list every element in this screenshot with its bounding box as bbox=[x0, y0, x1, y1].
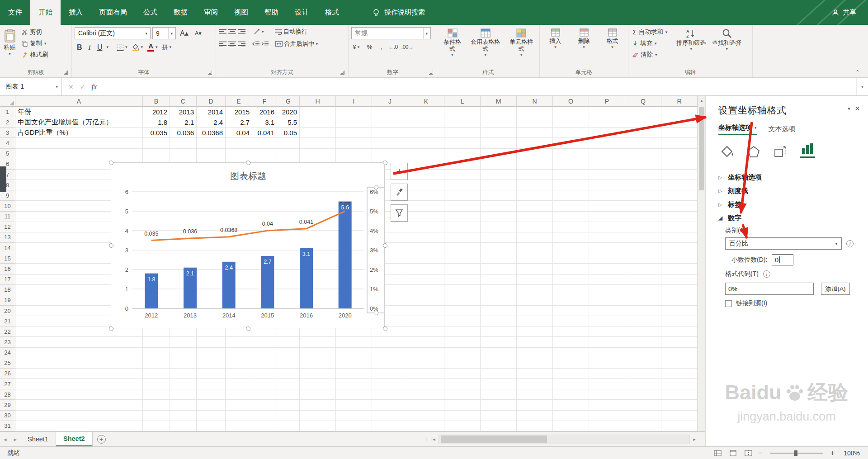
cell-O29[interactable] bbox=[553, 400, 589, 410]
cell-R8[interactable] bbox=[661, 180, 698, 190]
cell-H28[interactable] bbox=[300, 389, 336, 400]
cell-Q29[interactable] bbox=[625, 400, 661, 410]
cell-K8[interactable] bbox=[408, 180, 444, 190]
row-header-1[interactable]: 1 bbox=[0, 107, 15, 117]
cell-R4[interactable] bbox=[661, 138, 698, 148]
cell-L15[interactable] bbox=[444, 253, 481, 264]
comma-style-button[interactable]: , bbox=[378, 43, 385, 52]
cell-H29[interactable] bbox=[300, 400, 336, 410]
cell-J2[interactable] bbox=[372, 117, 408, 128]
cell-G31[interactable] bbox=[277, 421, 300, 431]
cell-M25[interactable] bbox=[481, 358, 517, 369]
cell-E26[interactable] bbox=[226, 369, 252, 379]
cell-D25[interactable] bbox=[197, 358, 226, 369]
cell-P23[interactable] bbox=[589, 337, 625, 347]
cell-O3[interactable] bbox=[553, 128, 589, 138]
cell-I25[interactable] bbox=[336, 358, 372, 369]
cell-D29[interactable] bbox=[197, 400, 226, 410]
cell-J3[interactable] bbox=[372, 128, 408, 138]
chevron-down-icon[interactable]: ▾ bbox=[106, 45, 108, 49]
cell-R27[interactable] bbox=[661, 379, 698, 389]
tab-text-options[interactable]: 文本选项 bbox=[769, 125, 796, 133]
cell-L27[interactable] bbox=[444, 379, 481, 389]
cell-B30[interactable] bbox=[143, 411, 170, 421]
cell-M9[interactable] bbox=[481, 190, 517, 201]
cell-P20[interactable] bbox=[589, 306, 625, 316]
cell-P30[interactable] bbox=[589, 411, 625, 421]
cell-O20[interactable] bbox=[553, 306, 589, 316]
increase-indent-icon[interactable] bbox=[261, 41, 269, 47]
menu-tab-4[interactable]: 页面布局 bbox=[91, 0, 135, 25]
font-name-combo[interactable]: Calibri (正文)▾ bbox=[75, 27, 151, 39]
cell-N31[interactable] bbox=[517, 421, 553, 431]
cell-M27[interactable] bbox=[481, 379, 517, 389]
cell-C5[interactable] bbox=[170, 149, 197, 159]
cell-L5[interactable] bbox=[444, 149, 481, 159]
cell-R19[interactable] bbox=[661, 295, 698, 306]
increase-decimal-button[interactable]: ←.0 bbox=[388, 44, 398, 50]
cell-K30[interactable] bbox=[408, 411, 444, 421]
cell-L21[interactable] bbox=[444, 316, 481, 327]
underline-button[interactable]: U bbox=[95, 43, 105, 52]
cell-F3[interactable]: 0.041 bbox=[252, 128, 277, 138]
link-to-source-checkbox[interactable] bbox=[725, 300, 732, 307]
cell-E4[interactable] bbox=[226, 138, 252, 148]
cell-K15[interactable] bbox=[408, 253, 444, 264]
cell-R2[interactable] bbox=[661, 117, 698, 128]
cell-L11[interactable] bbox=[444, 212, 481, 222]
cell-A25[interactable] bbox=[15, 358, 143, 369]
cell-E28[interactable] bbox=[226, 389, 252, 400]
cell-K22[interactable] bbox=[408, 327, 444, 337]
column-header-E[interactable]: E bbox=[226, 96, 252, 107]
cell-M4[interactable] bbox=[481, 138, 517, 148]
column-header-G[interactable]: G bbox=[277, 96, 300, 107]
right-axis-tick[interactable]: 0% bbox=[370, 305, 378, 312]
pane-close-icon[interactable]: × bbox=[855, 104, 860, 113]
cell-R7[interactable] bbox=[661, 170, 698, 180]
cell-O28[interactable] bbox=[553, 389, 589, 400]
cell-G2[interactable]: 5.5 bbox=[277, 117, 300, 128]
cell-J4[interactable] bbox=[372, 138, 408, 148]
row-header-30[interactable]: 30 bbox=[0, 411, 15, 421]
expand-formula-bar-icon[interactable]: ▾ bbox=[856, 78, 868, 95]
cell-L9[interactable] bbox=[444, 190, 481, 201]
cell-K23[interactable] bbox=[408, 337, 444, 347]
cell-D5[interactable] bbox=[197, 149, 226, 159]
bold-button[interactable]: B bbox=[75, 43, 85, 52]
cell-C23[interactable] bbox=[170, 337, 197, 347]
cell-M19[interactable] bbox=[481, 295, 517, 306]
cell-E2[interactable]: 2.7 bbox=[226, 117, 252, 128]
row-header-11[interactable]: 11 bbox=[0, 212, 15, 222]
cell-Q9[interactable] bbox=[625, 190, 661, 201]
cell-K10[interactable] bbox=[408, 201, 444, 211]
italic-button[interactable]: I bbox=[86, 43, 93, 52]
cell-J23[interactable] bbox=[372, 337, 408, 347]
cell-C25[interactable] bbox=[170, 358, 197, 369]
cell-L14[interactable] bbox=[444, 243, 481, 253]
cell-P27[interactable] bbox=[589, 379, 625, 389]
cell-R21[interactable] bbox=[661, 316, 698, 327]
cell-M14[interactable] bbox=[481, 243, 517, 253]
cell-H4[interactable] bbox=[300, 138, 336, 148]
cell-B3[interactable]: 0.035 bbox=[143, 128, 170, 138]
row-header-31[interactable]: 31 bbox=[0, 421, 15, 431]
cell-G28[interactable] bbox=[277, 389, 300, 400]
cell-N25[interactable] bbox=[517, 358, 553, 369]
cell-L23[interactable] bbox=[444, 337, 481, 347]
cell-K12[interactable] bbox=[408, 222, 444, 232]
cancel-entry-icon[interactable]: ✕ bbox=[68, 83, 74, 90]
cell-K24[interactable] bbox=[408, 348, 444, 358]
cell-F5[interactable] bbox=[252, 149, 277, 159]
column-header-M[interactable]: M bbox=[481, 96, 517, 107]
cell-L2[interactable] bbox=[444, 117, 481, 128]
cell-A30[interactable] bbox=[15, 411, 143, 421]
row-header-23[interactable]: 23 bbox=[0, 337, 15, 347]
row-header-13[interactable]: 13 bbox=[0, 232, 15, 243]
cell-P15[interactable] bbox=[589, 253, 625, 264]
decimals-input[interactable]: 0 bbox=[772, 254, 793, 265]
cell-R18[interactable] bbox=[661, 285, 698, 295]
cell-R25[interactable] bbox=[661, 358, 698, 369]
conditional-formatting-button[interactable]: 条件格式 ▾ bbox=[439, 27, 466, 57]
cell-Q31[interactable] bbox=[625, 421, 661, 431]
section-number[interactable]: ◢ 数字 bbox=[718, 211, 860, 225]
